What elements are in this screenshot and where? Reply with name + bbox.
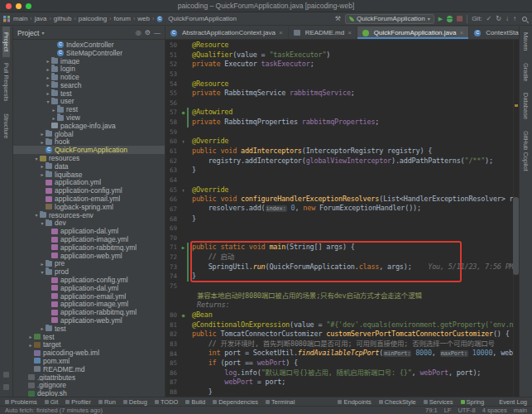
code-line[interactable]: 84 int port = SocketUtil.findAvailableTc… [165, 349, 519, 359]
tool-window-button-run[interactable]: Run [98, 398, 116, 406]
editor-scrollbar[interactable] [513, 40, 519, 397]
tree-toggle-icon[interactable]: ▸ [45, 58, 51, 64]
tool-window-button-git[interactable]: Git [45, 398, 59, 406]
tree-item[interactable]: ▾resources [13, 154, 165, 162]
tree-item[interactable]: application-image.yml [13, 301, 165, 309]
status-widget[interactable]: UTF-8 [458, 407, 475, 414]
code-line[interactable]: 60↑@Override [165, 137, 519, 147]
tree-item[interactable]: application-email.yml [13, 195, 165, 203]
code-line[interactable]: 兼容本地启动时8080端口被占用的场景;只有dev启动方式才会走这个逻辑 [165, 291, 519, 301]
tree-item[interactable]: CSiteMapController [13, 49, 165, 57]
bean-gutter-icon[interactable]: ◉ [180, 108, 187, 118]
code-line[interactable]: 61public void addInterceptors(Intercepto… [165, 147, 519, 156]
git-update-icon[interactable]: ↻ [496, 15, 501, 23]
tree-item[interactable]: application-rabbitmq.yml [13, 308, 165, 316]
tool-stripe-icon[interactable] [3, 384, 9, 390]
tree-item[interactable]: application-rabbitmq.yml [13, 243, 165, 252]
code-line[interactable]: 64 [165, 176, 519, 185]
tree-toggle-icon[interactable]: ▸ [27, 342, 34, 348]
tree-item[interactable]: ▸image [13, 57, 165, 65]
search-icon[interactable] [522, 17, 527, 22]
code-line[interactable]: 51@Qualifier(value = "taskExecutor") [165, 51, 519, 60]
tree-toggle-icon[interactable]: ▾ [39, 269, 46, 275]
breadcrumb-item[interactable]: web [137, 15, 150, 22]
tool-window-button-debug[interactable]: Debug [123, 398, 147, 406]
code-area[interactable]: 50@Resource51@Qualifier(value = "taskExe… [165, 40, 519, 397]
override-gutter-icon[interactable]: ↑ [180, 137, 187, 147]
code-line[interactable]: 82public TomcatConnectorCustomizer custo… [165, 330, 519, 339]
breadcrumb-item[interactable]: github [54, 15, 72, 22]
tool-stripe-button-maven[interactable]: Maven [522, 26, 530, 57]
git-push-icon[interactable]: ↑ [513, 15, 516, 23]
run-config-selector[interactable]: QuickForumApplication ▾ [345, 14, 434, 24]
tool-window-button-services[interactable]: Services [424, 398, 453, 406]
code-line[interactable]: 68} [165, 214, 519, 224]
tool-stripe-button-gradle[interactable]: Gradle [522, 57, 530, 88]
breadcrumb-item[interactable]: main [13, 15, 27, 22]
code-line[interactable]: 83 // 开发环境时, 首先判断8080端口是否可用; 可用则直接使用; 否则… [165, 339, 519, 349]
tree-item[interactable]: logback-spring.xml [13, 203, 165, 211]
hide-panel-icon[interactable]: — [154, 29, 161, 36]
scrollbar-thumb[interactable] [513, 197, 519, 276]
tree-toggle-icon[interactable]: ▸ [39, 163, 46, 169]
tool-window-button-todo[interactable]: TODO [155, 398, 179, 406]
tree-toggle-icon[interactable]: ▸ [27, 334, 34, 339]
tree-item[interactable]: application-web.yml [13, 252, 165, 260]
tree-item[interactable]: CIndexController [13, 41, 165, 49]
tool-window-button-dependencies[interactable]: Dependencies [213, 398, 258, 406]
gear-icon[interactable]: ⚙ [145, 29, 151, 36]
status-widget[interactable]: 79:1 [425, 407, 438, 414]
run-button[interactable]: ▶ [439, 15, 443, 23]
code-line[interactable]: 86 log.info("默认端口号{}被占用, 随机启用新端口号: {}", … [165, 368, 519, 378]
close-window-button[interactable] [6, 3, 12, 9]
code-line[interactable]: 75 [165, 282, 519, 291]
tree-item[interactable]: ▾dev [13, 219, 165, 228]
code-line[interactable]: 55private RabbitmqService rabbitmqServic… [165, 89, 519, 99]
close-tab-icon[interactable]: × [347, 29, 352, 36]
tree-toggle-icon[interactable]: ▸ [45, 82, 51, 88]
stop-button[interactable] [457, 16, 463, 22]
code-line[interactable]: 57◉@Autowired [165, 108, 519, 118]
tree-item[interactable]: application-dal.yml [13, 284, 165, 292]
tree-item[interactable]: application.yml [13, 179, 165, 187]
status-widget[interactable]: 4 spaces [482, 407, 507, 414]
breadcrumb-item[interactable]: paicoding [79, 15, 107, 22]
tree-item[interactable]: ▸target [13, 340, 165, 349]
code-line[interactable]: 63} [165, 166, 519, 176]
tool-window-button-problems[interactable]: Problems [5, 398, 37, 406]
tree-item[interactable]: ▸search [13, 81, 165, 89]
tree-toggle-icon[interactable]: ▾ [39, 220, 46, 226]
tree-item[interactable]: ▸data [13, 162, 165, 171]
tree-item[interactable]: application-image.yml [13, 235, 165, 243]
tree-toggle-icon[interactable]: ▾ [45, 99, 51, 104]
tree-item[interactable]: ▸hook [13, 138, 165, 147]
code-line[interactable]: 80◉@Bean [165, 310, 519, 320]
tree-item[interactable]: ▸test [13, 89, 165, 98]
tool-stripe-icon[interactable] [3, 372, 9, 378]
minimize-window-button[interactable] [16, 3, 22, 9]
tool-stripe-button-database[interactable]: Database [522, 87, 530, 125]
tree-toggle-icon[interactable]: ▸ [39, 325, 46, 331]
editor-tab[interactable]: QuickForumApplication.java× [357, 26, 469, 39]
code-line[interactable]: 72 // 启动 [165, 253, 519, 262]
tool-window-button-terminal[interactable]: Terminal [266, 398, 295, 406]
tree-item[interactable]: ▸pre [13, 260, 165, 268]
tree-item[interactable]: pom.xml [13, 357, 165, 365]
code-line[interactable]: 67 resolvers.add(index: 0, new ForumExce… [165, 205, 519, 214]
code-line[interactable]: 54@Resource [165, 79, 519, 89]
editor-tab[interactable]: README.md× [289, 26, 357, 39]
code-line[interactable]: 59 [165, 128, 519, 137]
tree-item[interactable]: .gitattributes [13, 373, 165, 382]
tree-item[interactable]: package-info.java [13, 122, 165, 130]
code-line[interactable]: 87 webPort = port; [165, 378, 519, 388]
tree-item[interactable]: ▸test [13, 333, 165, 341]
tool-window-button-endpoints[interactable]: Endpoints [338, 398, 371, 406]
tool-window-button-checkstyle[interactable]: CheckStyle [379, 398, 416, 406]
code-line[interactable]: Returns: [165, 301, 519, 310]
tree-item[interactable]: ▸liquibase [13, 171, 165, 179]
tree-toggle-icon[interactable]: ▾ [33, 212, 40, 218]
tree-item[interactable]: ▾user [13, 98, 165, 106]
event-log-button[interactable]: Event Log [499, 398, 527, 406]
code-line[interactable]: 81@ConditionalOnExpression(value = "#{'d… [165, 320, 519, 330]
chevron-down-icon[interactable]: ▾ [41, 30, 44, 36]
